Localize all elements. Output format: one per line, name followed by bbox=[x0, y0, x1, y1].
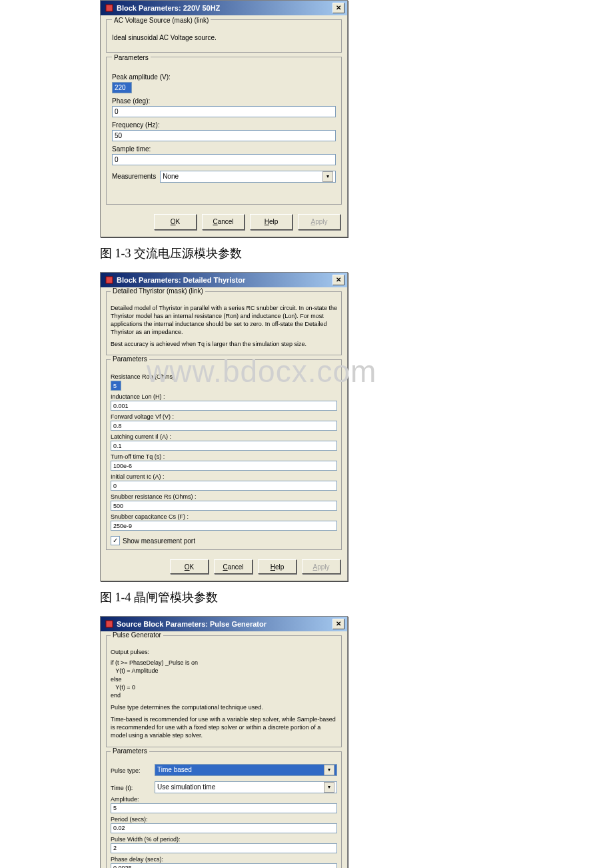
period-input[interactable] bbox=[111, 823, 337, 833]
ok-button[interactable]: OK bbox=[154, 214, 197, 230]
phase-input[interactable] bbox=[112, 106, 336, 117]
caption-1-4: 图 1-4 晶闸管模块参数 bbox=[100, 589, 613, 605]
pw-input[interactable] bbox=[111, 843, 337, 853]
amp-input[interactable] bbox=[111, 803, 337, 813]
pd-input[interactable] bbox=[111, 863, 337, 868]
ic-input[interactable] bbox=[111, 481, 337, 491]
parameters-section: Parameters Peak amplitude (V): Phase (de… bbox=[106, 57, 342, 205]
app-icon bbox=[105, 275, 114, 285]
mask-section: Pulse Generator Output pulses: if (t >= … bbox=[106, 635, 342, 747]
mask-desc2: Best accuracy is achieved when Tq is lar… bbox=[111, 340, 337, 348]
button-row: OK Cancel Help Apply bbox=[101, 209, 347, 237]
desc-line1: Output pulses: bbox=[111, 648, 337, 656]
close-icon[interactable]: ✕ bbox=[332, 275, 344, 285]
rs-input[interactable] bbox=[111, 501, 337, 511]
dialog-title: Block Parameters: 220V 50HZ bbox=[117, 4, 330, 12]
dialog-title: Block Parameters: Detailed Thyristor bbox=[117, 276, 330, 284]
svg-rect-1 bbox=[106, 277, 113, 283]
dialog-title: Source Block Parameters: Pulse Generator bbox=[117, 620, 330, 628]
mask-desc1: Detailed model of Thyristor in parallel … bbox=[111, 304, 337, 337]
cancel-button[interactable]: Cancel bbox=[214, 559, 253, 574]
app-icon bbox=[105, 3, 114, 13]
period-label: Period (secs): bbox=[111, 816, 337, 823]
mask-section: AC Voltage Source (mask) (link) Ideal si… bbox=[106, 19, 342, 53]
il-input[interactable] bbox=[111, 441, 337, 451]
parameters-section: Parameters Pulse type: Time based ▾ Time… bbox=[106, 751, 342, 868]
time-value: Use simulation time bbox=[157, 783, 215, 791]
params-legend: Parameters bbox=[111, 355, 149, 363]
freq-input[interactable] bbox=[112, 130, 336, 141]
sample-input[interactable] bbox=[112, 154, 336, 165]
phase-label: Phase (deg): bbox=[112, 97, 336, 105]
cancel-button[interactable]: Cancel bbox=[202, 214, 245, 230]
il-label: Latching current Il (A) : bbox=[111, 433, 337, 440]
mask-legend: Pulse Generator bbox=[111, 631, 163, 639]
time-label: Time (t): bbox=[111, 785, 151, 791]
close-icon[interactable]: ✕ bbox=[332, 3, 344, 13]
app-icon bbox=[105, 619, 114, 629]
svg-rect-0 bbox=[106, 5, 113, 11]
pd-label: Phase delay (secs): bbox=[111, 856, 337, 863]
mask-section: Detailed Thyristor (mask) (link) Detaile… bbox=[106, 291, 342, 356]
time-dropdown[interactable]: Use simulation time ▾ bbox=[155, 781, 337, 793]
tq-input[interactable] bbox=[111, 461, 337, 471]
help-button[interactable]: Help bbox=[250, 214, 293, 230]
meas-value: None bbox=[163, 173, 179, 180]
mask-legend: Detailed Thyristor (mask) (link) bbox=[111, 287, 205, 295]
titlebar: Source Block Parameters: Pulse Generator… bbox=[101, 617, 347, 631]
cs-input[interactable] bbox=[111, 521, 337, 531]
pw-label: Pulse Width (% of period): bbox=[111, 836, 337, 843]
params-legend: Parameters bbox=[112, 54, 151, 61]
ptype-dropdown[interactable]: Time based ▾ bbox=[155, 764, 337, 776]
help-button[interactable]: Help bbox=[258, 559, 297, 574]
ron-label: Resistance Ron (Ohms) : bbox=[111, 373, 337, 380]
ptype-value: Time based bbox=[157, 766, 192, 773]
apply-button[interactable]: Apply bbox=[298, 214, 340, 230]
titlebar: Block Parameters: Detailed Thyristor ✕ bbox=[101, 273, 347, 287]
ic-label: Initial current Ic (A) : bbox=[111, 473, 337, 480]
ok-button[interactable]: OK bbox=[170, 559, 209, 574]
rs-label: Snubber resistance Rs (Ohms) : bbox=[111, 493, 337, 500]
titlebar: Block Parameters: 220V 50HZ ✕ bbox=[101, 1, 347, 15]
button-row: OK Cancel Help Apply bbox=[101, 554, 347, 581]
dialog-ac-voltage: Block Parameters: 220V 50HZ ✕ AC Voltage… bbox=[100, 0, 348, 237]
meas-label: Measurements bbox=[112, 173, 156, 180]
desc-code: if (t >= PhaseDelay) _Pulse is on Y(t) =… bbox=[111, 659, 337, 699]
lon-input[interactable] bbox=[111, 401, 337, 411]
amp-label: Amplitude: bbox=[111, 796, 337, 803]
chevron-down-icon: ▾ bbox=[324, 782, 334, 793]
tq-label: Turn-off time Tq (s) : bbox=[111, 453, 337, 460]
ron-input[interactable] bbox=[111, 381, 121, 391]
show-port-label: Show measurement port bbox=[123, 537, 195, 545]
ptype-label: Pulse type: bbox=[111, 767, 151, 774]
show-port-checkbox[interactable]: ✓ bbox=[111, 536, 120, 545]
mask-desc: Ideal sinusoidal AC Voltage source. bbox=[112, 33, 336, 43]
params-legend: Parameters bbox=[111, 747, 149, 755]
meas-dropdown[interactable]: None ▾ bbox=[160, 171, 336, 183]
chevron-down-icon: ▾ bbox=[324, 765, 334, 775]
lon-label: Inductance Lon (H) : bbox=[111, 393, 337, 400]
caption-1-3: 图 1-3 交流电压源模块参数 bbox=[100, 245, 613, 261]
freq-label: Frequency (Hz): bbox=[112, 121, 336, 129]
svg-rect-2 bbox=[106, 621, 113, 627]
desc-line3: Time-based is recommended for use with a… bbox=[111, 715, 337, 739]
chevron-down-icon: ▾ bbox=[322, 171, 333, 182]
mask-legend: AC Voltage Source (mask) (link) bbox=[112, 17, 211, 24]
dialog-thyristor: Block Parameters: Detailed Thyristor ✕ D… bbox=[100, 272, 348, 582]
cs-label: Snubber capacitance Cs (F) : bbox=[111, 513, 337, 520]
close-icon[interactable]: ✕ bbox=[332, 619, 344, 629]
vf-input[interactable] bbox=[111, 421, 337, 431]
parameters-section: Parameters Resistance Ron (Ohms) : Induc… bbox=[106, 359, 342, 550]
peak-input[interactable] bbox=[112, 82, 132, 93]
dialog-pulse-generator: Source Block Parameters: Pulse Generator… bbox=[100, 616, 348, 868]
apply-button[interactable]: Apply bbox=[302, 559, 340, 574]
sample-label: Sample time: bbox=[112, 145, 336, 153]
vf-label: Forward voltage Vf (V) : bbox=[111, 413, 337, 420]
desc-line2: Pulse type determines the computational … bbox=[111, 703, 337, 711]
peak-label: Peak amplitude (V): bbox=[112, 73, 336, 81]
